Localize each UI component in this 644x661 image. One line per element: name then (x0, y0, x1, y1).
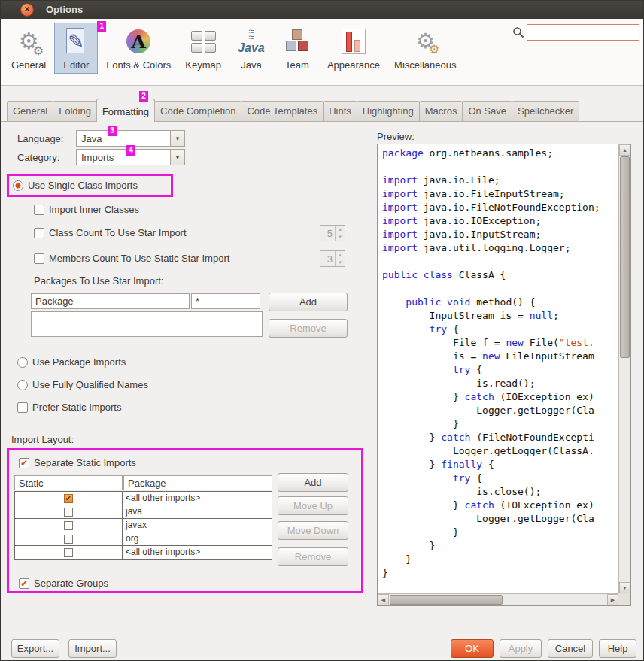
static-column-header[interactable]: Static (14, 475, 123, 490)
chevron-down-icon: ▾ (170, 150, 184, 165)
spinner-down-icon[interactable]: ▾ (336, 233, 345, 241)
separate-static-imports-checkbox[interactable] (19, 458, 29, 468)
help-button[interactable]: Help (599, 639, 636, 658)
export-button[interactable]: Export... (11, 639, 59, 658)
vertical-scroll-thumb[interactable] (620, 156, 630, 358)
scroll-down-icon[interactable]: ▼ (619, 582, 630, 593)
tab-code-completion[interactable]: Code Completion (154, 101, 242, 121)
tab-macros[interactable]: Macros (419, 101, 463, 121)
separate-groups-label[interactable]: Separate Groups (34, 578, 108, 590)
packages-remove-button[interactable]: Remove (269, 319, 348, 338)
import-button[interactable]: Import... (68, 639, 117, 658)
tab-on-save[interactable]: On Save (462, 101, 512, 121)
row-static-checkbox[interactable] (64, 548, 73, 557)
toolbar-item-java[interactable]: ≈≈JavaJava (229, 23, 273, 74)
prefer-static-imports-checkbox[interactable] (17, 402, 28, 413)
move-down-button[interactable]: Move Down (278, 521, 348, 540)
spinner-arrows[interactable]: ▴▾ (335, 251, 345, 266)
use-fully-qualified-names-label[interactable]: Use Fully Qualified Names (32, 379, 148, 391)
prefer-static-imports-label[interactable]: Prefer Static Imports (32, 402, 121, 414)
row-static-checkbox[interactable] (64, 494, 73, 503)
scroll-right-icon[interactable]: ▶ (607, 594, 618, 605)
toolbar-item-keymap[interactable]: Keymap (179, 23, 227, 74)
horizontal-scrollbar[interactable]: ◀ ▶ (378, 593, 618, 605)
toolbar-item-fonts-colors[interactable]: AFonts & Colors (100, 23, 177, 74)
toolbar-item-team[interactable]: Team (275, 23, 319, 74)
members-count-checkbox[interactable] (34, 253, 44, 264)
star-column-header[interactable]: * (191, 293, 260, 309)
packages-add-button[interactable]: Add (269, 293, 348, 311)
static-cell (15, 519, 123, 532)
close-button[interactable]: × (20, 3, 34, 17)
horizontal-scroll-thumb[interactable] (390, 595, 503, 605)
row-static-checkbox[interactable] (64, 535, 73, 544)
class-count-checkbox[interactable] (34, 228, 44, 238)
toolbar-item-general[interactable]: ⚙⚙General (5, 23, 52, 74)
use-single-class-imports-radio[interactable] (13, 180, 23, 191)
tab-folding[interactable]: Folding (53, 101, 97, 121)
spinner-down-icon[interactable]: ▾ (336, 259, 345, 266)
separate-static-imports-label[interactable]: Separate Static Imports (34, 457, 136, 469)
row-static-checkbox[interactable] (64, 508, 73, 517)
titlebar: × Options (1, 1, 643, 19)
toolbar-item-editor[interactable]: ✎Editor1 (54, 23, 98, 74)
tab-label: Formatting (102, 106, 149, 117)
use-fully-qualified-names-radio[interactable] (17, 380, 28, 390)
class-count-spinner[interactable]: 5 ▴▾ (320, 225, 345, 241)
static-cell (15, 492, 123, 505)
import-inner-classes-label[interactable]: Import Inner Classes (49, 204, 139, 216)
packages-table-body[interactable] (31, 311, 263, 337)
ok-button[interactable]: OK (451, 639, 494, 658)
layout-table-row[interactable]: org (15, 532, 272, 546)
tab-highlighting[interactable]: Highlighting (357, 101, 420, 121)
remove-button[interactable]: Remove (278, 547, 348, 566)
layout-table-row[interactable]: javax (15, 519, 272, 532)
tab-general[interactable]: General (7, 101, 53, 121)
annotation-badge-4: 4 (126, 145, 135, 156)
tab-formatting[interactable]: Formatting2 (96, 99, 155, 122)
static-cell (15, 505, 123, 518)
spinner-up-icon[interactable]: ▴ (336, 251, 345, 259)
class-count-label[interactable]: Class Count To Use Star Import (49, 227, 187, 239)
layout-table-row[interactable]: java (15, 505, 272, 519)
members-count-label[interactable]: Members Count To Use Static Star Import (49, 253, 229, 265)
scroll-up-icon[interactable]: ▲ (619, 144, 630, 156)
layout-table-row[interactable]: <all other imports> (15, 492, 272, 505)
package-cell: java (123, 505, 272, 518)
tab-code-templates[interactable]: Code Templates (241, 101, 324, 121)
members-count-spinner[interactable]: 3 ▴▾ (320, 250, 345, 267)
row-static-checkbox[interactable] (64, 521, 73, 530)
packages-column-header[interactable]: Package (31, 293, 190, 309)
vertical-scrollbar[interactable]: ▲ ▼ (618, 144, 630, 593)
tab-hints[interactable]: Hints (323, 101, 357, 121)
spinner-up-icon[interactable]: ▴ (336, 226, 345, 233)
scroll-left-icon[interactable]: ◀ (378, 594, 389, 605)
code-line: } finally { (382, 458, 618, 471)
category-select[interactable]: Imports ▾ 4 (76, 149, 185, 165)
language-select[interactable]: Java ▾ 3 (76, 130, 185, 147)
cancel-button[interactable]: Cancel (548, 639, 593, 658)
toolbar-item-appearance[interactable]: Appearance (321, 23, 386, 74)
move-up-button[interactable]: Move Up (278, 496, 348, 515)
toolbar-item-label: General (11, 59, 46, 71)
use-package-imports-radio[interactable] (17, 357, 28, 368)
code-line: Logger.getLogger(ClassA. (382, 444, 618, 458)
search-box (512, 24, 639, 41)
add-button[interactable]: Add (278, 473, 348, 492)
use-single-class-imports-label[interactable]: Use Single Class Imports (28, 180, 138, 192)
use-package-imports-label[interactable]: Use Package Imports (32, 356, 126, 368)
layout-table-row[interactable]: <all other imports> (15, 546, 272, 559)
package-column-header[interactable]: Package (123, 475, 272, 490)
spinner-arrows[interactable]: ▴▾ (335, 226, 345, 241)
apply-button[interactable]: Apply (500, 639, 542, 658)
footer: Export... Import... OK Apply Cancel Help (1, 635, 643, 661)
import-inner-classes-checkbox[interactable] (34, 205, 44, 215)
code-line: try { (382, 471, 618, 485)
package-cell: <all other imports> (123, 492, 272, 505)
tab-spellchecker[interactable]: Spellchecker (512, 101, 579, 121)
separate-groups-checkbox[interactable] (19, 578, 29, 589)
search-input[interactable] (527, 24, 639, 41)
toolbar-item-miscellaneous[interactable]: ⚙⚙Miscellaneous (388, 23, 462, 74)
close-icon: × (24, 4, 29, 14)
layout-buttons: AddMove UpMove DownRemove (278, 473, 348, 571)
